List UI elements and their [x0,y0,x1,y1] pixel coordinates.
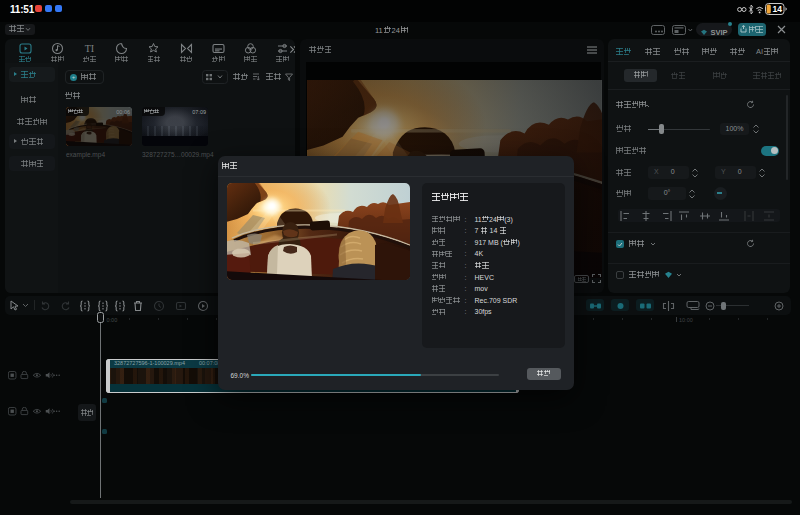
svg-text:14: 14 [772,4,782,14]
